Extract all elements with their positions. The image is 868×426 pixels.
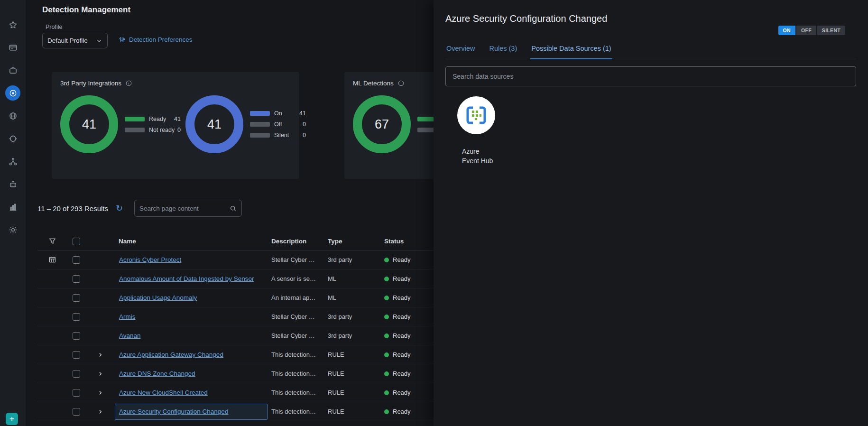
star-icon xyxy=(9,20,18,29)
row-checkbox[interactable] xyxy=(73,389,80,397)
row-checkbox[interactable] xyxy=(73,408,80,416)
row-checkbox[interactable] xyxy=(73,313,80,321)
detection-name-link[interactable]: Acronis Cyber Protect xyxy=(119,256,181,263)
sidebar-item-reports[interactable] xyxy=(5,199,20,214)
info-icon[interactable] xyxy=(397,80,405,87)
sidebar-item-connectors[interactable] xyxy=(5,154,20,169)
card-title: ML Detections xyxy=(353,80,394,87)
donut-chart-ml-ready: 67 xyxy=(353,95,411,153)
status-dot-icon xyxy=(384,352,389,357)
page-search-input[interactable] xyxy=(139,205,230,212)
legend-label: Ready xyxy=(149,116,166,122)
row-type: 3rd party xyxy=(324,256,380,263)
detection-name-link[interactable]: Azure Application Gateway Changed xyxy=(119,351,223,358)
row-description: This detection… xyxy=(268,351,324,358)
app-window: + Detection Management Profile Default P… xyxy=(0,0,868,426)
detection-name-link[interactable]: Avanan xyxy=(119,332,141,339)
sidebar-item-settings[interactable] xyxy=(5,222,20,237)
donut-chart-integrations-ready: 41 xyxy=(60,95,118,153)
status-dot-icon xyxy=(384,409,389,414)
detection-name-link[interactable]: Anomalous Amount of Data Ingested by Sen… xyxy=(119,275,254,282)
legend-item: Not ready 0 xyxy=(125,127,181,133)
sidebar: + xyxy=(0,0,26,426)
data-source-tile[interactable]: Azure Event Hub xyxy=(457,96,498,166)
toggle-off-button[interactable]: OFF xyxy=(796,26,816,35)
row-checkbox[interactable] xyxy=(73,275,80,283)
column-header-type[interactable]: Type xyxy=(324,238,380,245)
status-dot-icon xyxy=(384,277,389,281)
tab-possible-data-sources[interactable]: Possible Data Sources (1) xyxy=(530,41,612,59)
refresh-button[interactable]: ↻ xyxy=(116,204,123,213)
chevron-down-icon xyxy=(96,37,102,44)
data-source-name: Azure Event Hub xyxy=(462,147,496,166)
toggle-on-button[interactable]: ON xyxy=(778,26,795,35)
status-dot-icon xyxy=(384,371,389,376)
row-description: This detection… xyxy=(268,389,324,396)
tab-rules[interactable]: Rules (3) xyxy=(488,41,518,59)
data-sources-search-input[interactable] xyxy=(445,66,856,86)
row-checkbox[interactable] xyxy=(73,332,80,340)
briefcase-icon xyxy=(9,66,18,75)
detection-name-link[interactable]: Azure DNS Zone Changed xyxy=(119,370,195,377)
row-description: An internal ap… xyxy=(268,294,324,301)
expand-chevron-icon[interactable] xyxy=(97,370,104,377)
donut-value: 41 xyxy=(207,117,222,132)
columns-icon[interactable] xyxy=(48,256,56,264)
toggle-silent-button[interactable]: SILENT xyxy=(817,26,845,35)
detections-icon xyxy=(9,89,18,98)
expand-chevron-icon[interactable] xyxy=(97,408,104,415)
row-description: This detection… xyxy=(268,370,324,377)
column-header-description[interactable]: Description xyxy=(268,238,324,245)
status-label: Ready xyxy=(393,313,411,320)
donut-state-group: 41 On 41 Off 0 xyxy=(185,95,306,153)
info-icon[interactable] xyxy=(125,80,132,87)
legend: Ready 41 Not ready 0 xyxy=(125,116,181,133)
status-label: Ready xyxy=(393,294,411,301)
details-panel-title: Azure Security Configuration Changed xyxy=(445,13,607,24)
expand-chevron-icon[interactable] xyxy=(97,389,104,396)
row-type: RULE xyxy=(324,370,380,377)
detection-name-link[interactable]: Armis xyxy=(119,313,136,320)
detection-name-link[interactable]: Application Usage Anomaly xyxy=(119,294,197,301)
sidebar-item-automation[interactable] xyxy=(5,176,20,192)
sidebar-item-favorites[interactable] xyxy=(5,17,20,32)
row-type: RULE xyxy=(324,389,380,396)
row-checkbox[interactable] xyxy=(73,351,80,359)
status-dot-icon xyxy=(384,390,389,395)
tab-overview[interactable]: Overview xyxy=(445,41,476,59)
sidebar-item-cases[interactable] xyxy=(5,63,20,78)
row-checkbox[interactable] xyxy=(73,370,80,378)
select-all-checkbox[interactable] xyxy=(73,238,80,245)
sidebar-item-detections[interactable] xyxy=(5,85,20,101)
donut-chart-integrations-state: 41 xyxy=(185,95,243,153)
page-search xyxy=(134,200,242,217)
expand-chevron-icon[interactable] xyxy=(97,352,104,358)
status-dot-icon xyxy=(384,315,389,319)
status-dot-icon xyxy=(384,296,389,300)
row-description: Stellar Cyber … xyxy=(268,256,324,263)
detection-name-link[interactable]: Azure New CloudShell Created xyxy=(119,389,208,396)
row-checkbox[interactable] xyxy=(73,256,80,264)
profile-label: Profile xyxy=(46,24,62,30)
filter-icon[interactable] xyxy=(48,237,56,245)
row-description: A sensor is se… xyxy=(268,275,324,282)
add-button[interactable]: + xyxy=(6,413,18,425)
profile-select[interactable]: Default Profile xyxy=(42,33,108,48)
card-icon xyxy=(9,43,18,52)
azure-event-hub-icon xyxy=(457,96,495,134)
settings-icon xyxy=(9,225,18,234)
legend-label: Not ready xyxy=(149,127,175,133)
column-header-name[interactable]: Name xyxy=(115,238,268,245)
row-checkbox[interactable] xyxy=(73,294,80,302)
sidebar-item-licenses[interactable] xyxy=(5,40,20,55)
row-type: RULE xyxy=(324,408,380,415)
row-type: ML xyxy=(324,275,380,282)
sidebar-item-hunting[interactable] xyxy=(5,131,20,146)
legend-label: On xyxy=(274,110,282,117)
detection-name-link[interactable]: Azure Security Configuration Changed xyxy=(119,408,228,415)
sidebar-item-explore[interactable] xyxy=(5,108,20,123)
legend-label: Silent xyxy=(274,132,289,139)
detection-preferences-link[interactable]: Detection Preferences xyxy=(119,36,193,43)
details-tabs: Overview Rules (3) Possible Data Sources… xyxy=(445,41,856,59)
status-dot-icon xyxy=(384,333,389,338)
